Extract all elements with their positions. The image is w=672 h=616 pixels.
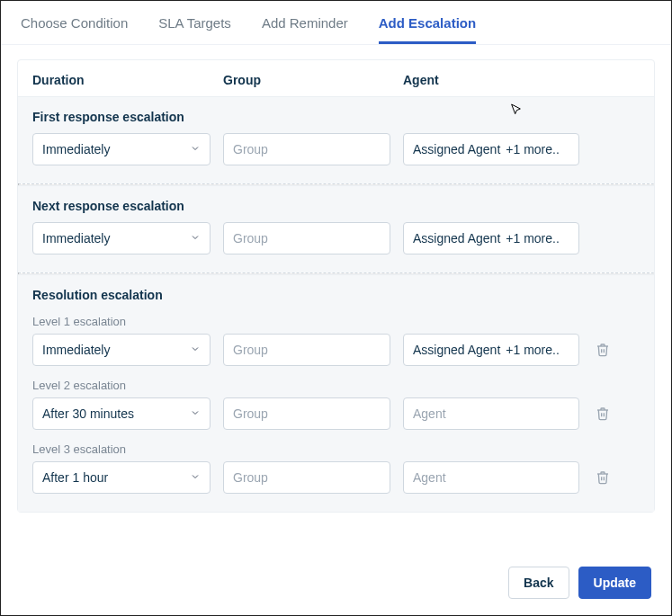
- level-1-duration-value: Immediately: [42, 343, 110, 357]
- level-3-delete-button[interactable]: [592, 467, 614, 488]
- first-response-section: First response escalation Immediately Gr…: [18, 96, 654, 183]
- level-3-agent-placeholder: Agent: [413, 470, 446, 485]
- back-button[interactable]: Back: [508, 567, 569, 599]
- next-agent-select[interactable]: Assigned Agent +1 more..: [403, 222, 579, 254]
- level-3-agent-select[interactable]: Agent: [403, 461, 579, 494]
- next-agent-more: +1 more..: [506, 231, 560, 246]
- update-button[interactable]: Update: [578, 567, 651, 599]
- level-2-agent-select[interactable]: Agent: [403, 397, 579, 430]
- next-response-title: Next response escalation: [32, 199, 640, 213]
- trash-icon: [596, 406, 610, 421]
- tabs-bar: Choose Condition SLA Targets Add Reminde…: [1, 1, 671, 45]
- trash-icon: [596, 470, 610, 485]
- level-2-duration-select[interactable]: After 30 minutes: [32, 397, 211, 430]
- level-1-group-input[interactable]: Group: [223, 334, 390, 366]
- footer: Back Update: [1, 552, 671, 615]
- first-agent-select[interactable]: Assigned Agent +1 more..: [403, 133, 579, 165]
- next-duration-value: Immediately: [42, 231, 110, 246]
- level-1-duration-select[interactable]: Immediately: [32, 334, 211, 366]
- first-agent-value: Assigned Agent: [413, 142, 500, 156]
- chevron-down-icon: [190, 470, 201, 485]
- col-header-agent: Agent: [403, 73, 640, 87]
- level-1-delete-button[interactable]: [592, 339, 614, 361]
- tab-add-reminder[interactable]: Add Reminder: [262, 15, 348, 44]
- level-1-agent-more: +1 more..: [506, 343, 560, 357]
- first-agent-more: +1 more..: [506, 142, 560, 156]
- resolution-title: Resolution escalation: [32, 288, 640, 302]
- chevron-down-icon: [190, 343, 201, 357]
- next-group-input[interactable]: Group: [223, 222, 390, 254]
- col-header-group: Group: [223, 73, 403, 87]
- level-3-label: Level 3 escalation: [32, 442, 640, 456]
- level-2-agent-placeholder: Agent: [413, 406, 446, 421]
- next-duration-select[interactable]: Immediately: [32, 222, 211, 254]
- first-group-input[interactable]: Group: [223, 133, 390, 165]
- resolution-section: Resolution escalation Level 1 escalation…: [18, 274, 654, 512]
- level-2-delete-button[interactable]: [592, 403, 614, 424]
- level-1-agent-value: Assigned Agent: [413, 343, 500, 357]
- tab-choose-condition[interactable]: Choose Condition: [21, 15, 128, 44]
- level-2-duration-value: After 30 minutes: [42, 406, 134, 421]
- next-response-section: Next response escalation Immediately Gro…: [18, 185, 654, 272]
- col-header-duration: Duration: [32, 73, 223, 87]
- first-duration-select[interactable]: Immediately: [32, 133, 211, 165]
- tab-add-escalation[interactable]: Add Escalation: [379, 15, 476, 44]
- tab-sla-targets[interactable]: SLA Targets: [158, 15, 231, 44]
- first-response-title: First response escalation: [32, 110, 640, 124]
- level-1-agent-select[interactable]: Assigned Agent +1 more..: [403, 334, 579, 366]
- level-3-duration-value: After 1 hour: [42, 470, 108, 485]
- trash-icon: [596, 343, 610, 357]
- next-agent-value: Assigned Agent: [413, 231, 500, 246]
- columns-header: Duration Group Agent: [18, 60, 654, 96]
- level-2-group-input[interactable]: Group: [223, 397, 390, 430]
- escalation-panel: Duration Group Agent First response esca…: [17, 59, 655, 513]
- chevron-down-icon: [190, 406, 201, 421]
- level-3-duration-select[interactable]: After 1 hour: [32, 461, 211, 494]
- level-3-group-input[interactable]: Group: [223, 461, 390, 494]
- first-duration-value: Immediately: [42, 142, 110, 156]
- level-2-label: Level 2 escalation: [32, 379, 640, 392]
- level-1-label: Level 1 escalation: [32, 315, 640, 328]
- chevron-down-icon: [190, 231, 201, 246]
- chevron-down-icon: [190, 142, 201, 156]
